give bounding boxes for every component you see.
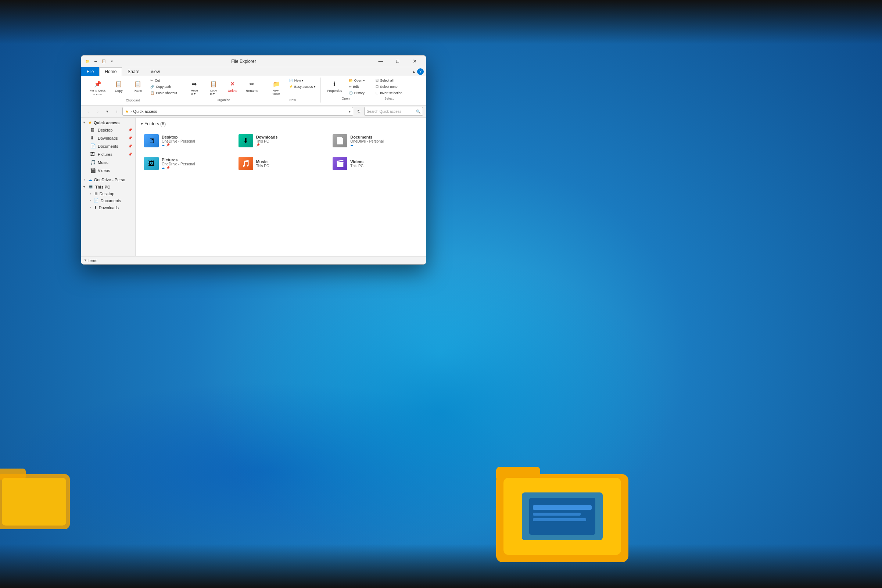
- properties-button[interactable]: ℹ Properties: [324, 78, 345, 94]
- folders-count: Folders (6): [144, 121, 166, 126]
- paste-button[interactable]: 📋 Paste: [129, 78, 147, 94]
- quick-access-chevron: ▼: [82, 121, 86, 124]
- sidebar-quick-access-header[interactable]: ▼ ★ Quick access: [81, 119, 135, 126]
- forward-button[interactable]: ›: [94, 107, 102, 116]
- delete-label: Delete: [228, 89, 237, 93]
- folder-item-videos[interactable]: 🎬 Videos This PC: [329, 154, 421, 174]
- documents-folder-thumb: 📄: [333, 134, 347, 147]
- downloads-folder-thumb: ⬇: [238, 134, 253, 147]
- open-small-buttons: 📂 Open ▾ ✏ Edit 🕐 History: [346, 78, 368, 96]
- paste-shortcut-button[interactable]: 📋 Paste shortcut: [148, 90, 180, 96]
- back-button[interactable]: ‹: [84, 107, 92, 116]
- address-bar[interactable]: ★ › Quick access ▾: [122, 107, 353, 116]
- videos-folder-thumb: 🎬: [333, 157, 347, 170]
- address-chevron: ›: [130, 110, 132, 114]
- tb-dropdown[interactable]: ▾: [108, 58, 115, 64]
- new-small-buttons: 📄 New ▾ ⚡ Easy access ▾: [286, 78, 318, 90]
- downloads-pin-icon: 📌: [128, 136, 132, 140]
- help-icon[interactable]: ?: [417, 68, 424, 75]
- downloads-thumb-icon: ⬇: [243, 137, 248, 145]
- copy-path-button[interactable]: 🔗 Copy path: [148, 84, 180, 90]
- tab-home[interactable]: Home: [99, 67, 122, 76]
- ribbon-group-new: 📁 Newfolder 📄 New ▾ ⚡ Easy access ▾ New: [265, 78, 321, 102]
- sidebar-thispc-downloads[interactable]: › ⬇ Downloads: [81, 204, 135, 211]
- search-box[interactable]: Search Quick access 🔍: [364, 107, 423, 116]
- sidebar-thispc-documents[interactable]: › 📄 Documents: [81, 197, 135, 204]
- tb-icon-3[interactable]: 📋: [100, 58, 107, 64]
- sidebar-onedrive-header[interactable]: › ☁ OneDrive - Perso: [81, 176, 135, 183]
- cut-button[interactable]: ✂ Cut: [148, 78, 180, 83]
- pin-to-quick-access-button[interactable]: 📌 Pin to Quickaccess: [86, 78, 109, 98]
- new-label: New: [267, 98, 318, 102]
- folder-item-pictures[interactable]: 🖼 Pictures OneDrive - Personal ☁ 📌: [141, 154, 232, 174]
- sidebar-item-videos[interactable]: 🎬 Videos: [81, 166, 135, 175]
- maximize-button[interactable]: □: [389, 56, 406, 67]
- desktop-folder-thumb: 🖥: [144, 134, 159, 147]
- pictures-label: Pictures: [98, 152, 112, 156]
- tb-icon-2[interactable]: ⬅: [92, 58, 99, 64]
- clipboard-label: Clipboard: [86, 99, 180, 102]
- select-none-button[interactable]: ☐ Select none: [373, 84, 405, 90]
- new-item-icon: 📄: [289, 79, 293, 82]
- folder-item-music[interactable]: 🎵 Music This PC: [235, 154, 327, 174]
- open-button[interactable]: 📂 Open ▾: [346, 78, 368, 83]
- delete-button[interactable]: ✕ Delete: [224, 78, 242, 94]
- tb-icon-1[interactable]: 📁: [84, 58, 91, 64]
- documents-folder-info: Documents OneDrive - Personal ☁: [350, 135, 384, 147]
- folder-item-desktop[interactable]: 🖥 Desktop OneDrive - Personal ☁ 📌: [141, 131, 232, 151]
- new-item-button[interactable]: 📄 New ▾: [286, 78, 318, 83]
- folder-item-documents[interactable]: 📄 Documents OneDrive - Personal ☁: [329, 131, 421, 151]
- ribbon-collapse-btn[interactable]: ▲: [411, 69, 417, 74]
- sidebar-item-music[interactable]: 🎵 Music: [81, 158, 135, 166]
- documents-label: Documents: [98, 144, 118, 148]
- copy-icon: 📋: [114, 80, 123, 88]
- status-bar: 7 items: [81, 256, 426, 264]
- edit-button[interactable]: ✏ Edit: [346, 84, 368, 90]
- refresh-button[interactable]: ↻: [355, 107, 363, 116]
- sidebar-item-documents[interactable]: 📄 Documents 📌: [81, 142, 135, 150]
- thispc-desktop-expand: ›: [90, 192, 91, 195]
- sidebar-item-downloads[interactable]: ⬇ Downloads 📌: [81, 134, 135, 142]
- sidebar-item-pictures[interactable]: 🖼 Pictures 📌: [81, 150, 135, 158]
- recent-locations-button[interactable]: ▾: [103, 107, 111, 116]
- desktop-label: Desktop: [98, 128, 112, 132]
- sidebar-thispc-header[interactable]: ▼ 💻 This PC: [81, 183, 135, 190]
- history-icon: 🕐: [349, 91, 353, 95]
- new-folder-button[interactable]: 📁 Newfolder: [267, 78, 285, 98]
- thispc-downloads-icon: ⬇: [94, 205, 97, 210]
- move-to-button[interactable]: ➡ Moveto ▾: [185, 78, 204, 98]
- invert-selection-button[interactable]: ⊟ Invert selection: [373, 90, 405, 96]
- tab-view[interactable]: View: [145, 67, 165, 76]
- sidebar-thispc-desktop[interactable]: › 🖥 Desktop: [81, 190, 135, 197]
- folder-item-downloads[interactable]: ⬇ Downloads This PC 📌: [235, 131, 327, 151]
- copy-button[interactable]: 📋 Copy: [110, 78, 128, 94]
- sidebar-item-desktop[interactable]: 🖥 Desktop 📌: [81, 126, 135, 134]
- easy-access-button[interactable]: ⚡ Easy access ▾: [286, 84, 318, 90]
- thispc-docs-expand: ›: [90, 199, 91, 202]
- thispc-desktop-label: Desktop: [100, 192, 114, 196]
- pin-icon: 📌: [93, 80, 102, 88]
- copy-to-button[interactable]: 📋 Copyto ▾: [204, 78, 223, 98]
- quick-access-label: Quick access: [94, 120, 119, 125]
- paste-shortcut-icon: 📋: [150, 91, 154, 95]
- minimize-button[interactable]: —: [372, 56, 389, 67]
- music-folder-thumb: 🎵: [238, 157, 253, 170]
- select-all-button[interactable]: ☑ Select all: [373, 78, 405, 83]
- rename-label: Rename: [246, 89, 258, 93]
- up-button[interactable]: ↑: [113, 107, 121, 116]
- sidebar: ▼ ★ Quick access 🖥 Desktop 📌 ⬇ Downloads…: [81, 118, 136, 256]
- videos-icon: 🎬: [90, 168, 96, 174]
- thispc-dl-expand: ›: [90, 206, 91, 209]
- history-button[interactable]: 🕐 History: [346, 90, 368, 96]
- open-content: ℹ Properties 📂 Open ▾ ✏ Edit 🕐 History: [324, 78, 368, 96]
- music-thumb-icon: 🎵: [242, 159, 250, 168]
- rename-button[interactable]: ✏ Rename: [243, 78, 262, 94]
- close-button[interactable]: ✕: [406, 56, 423, 67]
- tab-file[interactable]: File: [81, 67, 99, 76]
- tab-share[interactable]: Share: [122, 67, 145, 76]
- thispc-documents-icon: 📄: [94, 198, 99, 203]
- open-label: Open ▾: [354, 79, 365, 82]
- copy-to-label: Copyto ▾: [210, 89, 217, 96]
- open-label: Open: [324, 97, 368, 100]
- clipboard-small-buttons: ✂ Cut 🔗 Copy path 📋 Paste shortcut: [148, 78, 180, 96]
